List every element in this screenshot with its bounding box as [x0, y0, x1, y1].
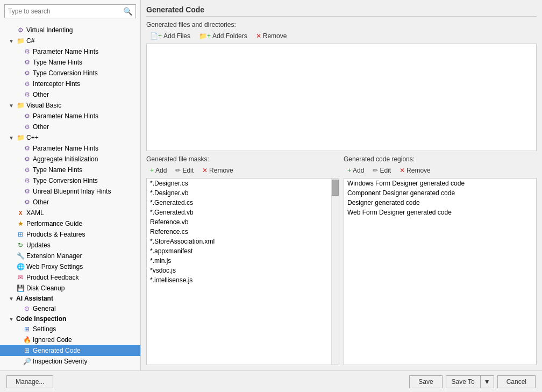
list-item[interactable]: Reference.vb: [147, 217, 331, 227]
two-col: Generated file masks: + Add ✏ Edit ✕ Rem: [146, 155, 537, 365]
sidebar-item-ci-ignored[interactable]: 🔥 Ignored Code: [0, 334, 140, 345]
file-masks-scrollbar[interactable]: [331, 179, 339, 365]
file-masks-add-button[interactable]: + Add: [146, 165, 170, 176]
list-item[interactable]: *.StoreAssociation.xml: [147, 237, 331, 246]
feedback-icon: ✉: [16, 273, 25, 282]
sidebar-item-ext-manager[interactable]: 🔧 Extension Manager: [0, 251, 140, 261]
bottom-bar: Manage... Save Save To ▼ Cancel: [0, 370, 542, 392]
sidebar-item-label: Virtual Indenting: [26, 26, 73, 34]
sidebar-item-csharp-typename[interactable]: ⚙ Type Name Hints: [0, 57, 140, 68]
sidebar-item-ai-general[interactable]: ⊙ General: [0, 303, 140, 314]
sidebar-item-ci-severity[interactable]: 🔎 Inspection Severity: [0, 356, 140, 367]
sidebar-item-cpp-typename[interactable]: ⚙ Type Name Hints: [0, 165, 140, 175]
sidebar-item-vb-other[interactable]: ⚙ Other: [0, 122, 140, 132]
save-to-button[interactable]: Save To: [446, 375, 480, 388]
sidebar-item-products[interactable]: ⊞ Products & Features: [0, 229, 140, 240]
file-masks-edit-button[interactable]: ✏ Edit: [172, 165, 197, 176]
save-button[interactable]: Save: [409, 375, 442, 388]
list-item[interactable]: *.intellisense.js: [147, 275, 331, 285]
list-item[interactable]: *.Designer.vb: [147, 188, 331, 198]
list-item[interactable]: *.Designer.cs: [147, 179, 331, 188]
files-toolbar: 📄+ Add Files 📁+ Add Folders ✕ Remove: [146, 31, 537, 41]
bottom-right: Save Save To ▼ Cancel: [409, 375, 536, 388]
sidebar-item-csharp-other[interactable]: ⚙ Other: [0, 89, 140, 100]
sidebar-section-ai[interactable]: ▼ AI Assistant: [0, 294, 140, 303]
sidebar-item-ci-settings[interactable]: ⊞ Settings: [0, 324, 140, 334]
expand-icon: ▼: [9, 38, 15, 44]
sidebar-item-ci-generated[interactable]: ⊞ Generated Code: [0, 345, 140, 356]
sidebar-item-virtual-indenting[interactable]: ⚙ Virtual Indenting: [0, 25, 140, 35]
edit-label: Edit: [182, 167, 194, 174]
file-masks-inner: *.Designer.cs *.Designer.vb *.Generated.…: [147, 179, 331, 365]
remove-icon: ✕: [256, 32, 261, 40]
sidebar-item-csharp-interceptor[interactable]: ⚙ Interceptor Hints: [0, 79, 140, 89]
code-regions-add-button[interactable]: + Add: [344, 165, 368, 176]
sidebar-item-cpp-other[interactable]: ⚙ Other: [0, 197, 140, 208]
list-item[interactable]: Web Form Designer generated code: [344, 208, 536, 217]
sidebar-item-label: AI Assistant: [16, 295, 53, 302]
cancel-button[interactable]: Cancel: [497, 375, 536, 388]
code-regions-edit-button[interactable]: ✏ Edit: [369, 165, 395, 176]
sidebar-item-product-feedback[interactable]: ✉ Product Feedback: [0, 272, 140, 283]
updates-icon: ↻: [16, 241, 25, 250]
hint-icon: ⚙: [23, 144, 31, 153]
sidebar-item-csharp[interactable]: ▼ 📁 C#: [0, 35, 140, 46]
sidebar-item-vb-param[interactable]: ⚙ Parameter Name Hints: [0, 111, 140, 122]
sidebar-item-web-proxy[interactable]: 🌐 Web Proxy Settings: [0, 261, 140, 272]
sidebar-item-perf-guide[interactable]: ★ Performance Guide: [0, 218, 140, 229]
sidebar-item-label: Type Name Hints: [33, 166, 82, 174]
hint-icon: ⚙: [23, 198, 31, 206]
sidebar-item-csharp-param[interactable]: ⚙ Parameter Name Hints: [0, 46, 140, 57]
sidebar-item-cpp-aggregate[interactable]: ⚙ Aggregate Initialization: [0, 154, 140, 165]
sidebar-item-csharp-typeconv[interactable]: ⚙ Type Conversion Hints: [0, 68, 140, 79]
code-regions-remove-button[interactable]: ✕ Remove: [396, 165, 434, 176]
sidebar-item-vb[interactable]: ▼ 📁 Visual Basic: [0, 100, 140, 111]
sidebar-item-label: Parameter Name Hints: [33, 112, 98, 120]
hint-icon: ⚙: [23, 80, 31, 88]
file-masks-remove-button[interactable]: ✕ Remove: [198, 165, 237, 176]
list-item[interactable]: Component Designer generated code: [344, 188, 536, 198]
save-to-dropdown-button[interactable]: ▼: [480, 375, 494, 388]
code-regions-list: Windows Form Designer generated code Com…: [344, 178, 537, 365]
sidebar-item-label: XAML: [26, 209, 44, 217]
sidebar-item-cpp[interactable]: ▼ 📁 C++: [0, 132, 140, 143]
list-item[interactable]: *.Generated.vb: [147, 208, 331, 217]
sidebar-section-code-inspection[interactable]: ▼ Code Inspection: [0, 314, 140, 324]
sidebar-item-cpp-param[interactable]: ⚙ Parameter Name Hints: [0, 143, 140, 154]
sidebar-item-disk-cleanup[interactable]: 💾 Disk Cleanup: [0, 283, 140, 294]
manage-button[interactable]: Manage...: [6, 375, 53, 388]
folder-icon: 📁: [16, 37, 25, 45]
remove-icon: ✕: [400, 167, 405, 174]
list-item[interactable]: *.appxmanifest: [147, 246, 331, 256]
sidebar-item-label: General: [33, 305, 56, 312]
add-label: Add: [353, 167, 364, 174]
sidebar-item-label: Interceptor Hints: [33, 80, 80, 88]
search-input[interactable]: [8, 8, 123, 15]
list-item[interactable]: Designer generated code: [344, 198, 536, 208]
search-icon: 🔍: [123, 7, 132, 16]
remove-files-button[interactable]: ✕ Remove: [252, 31, 291, 41]
hint-icon: ⚙: [23, 90, 31, 99]
list-item[interactable]: *vsdoc.js: [147, 266, 331, 275]
sidebar-item-label: Updates: [26, 241, 51, 249]
sidebar-item-label: Ignored Code: [33, 336, 72, 344]
sidebar-item-updates[interactable]: ↻ Updates: [0, 240, 140, 251]
list-item[interactable]: Windows Form Designer generated code: [344, 179, 536, 188]
sidebar-item-cpp-typeconv[interactable]: ⚙ Type Conversion Hints: [0, 175, 140, 186]
hint-icon: ⚙: [23, 112, 31, 120]
list-item[interactable]: Reference.cs: [147, 227, 331, 237]
ignored-icon: 🔥: [23, 336, 31, 344]
star-icon: ★: [16, 219, 25, 228]
add-files-button[interactable]: 📄+ Add Files: [146, 31, 194, 41]
search-box[interactable]: 🔍: [4, 4, 136, 18]
expand-icon: ▼: [9, 296, 15, 302]
sidebar-item-xaml[interactable]: X XAML: [0, 208, 140, 218]
sidebar-item-label: Visual Basic: [26, 102, 61, 109]
sidebar-item-label: Other: [33, 198, 49, 206]
add-folders-label: Add Folders: [212, 32, 247, 40]
add-folders-button[interactable]: 📁+ Add Folders: [195, 31, 251, 41]
sidebar-item-cpp-unreal[interactable]: ⚙ Unreal Blueprint Inlay Hints: [0, 186, 140, 197]
list-item[interactable]: *.Generated.cs: [147, 198, 331, 208]
list-item[interactable]: *.min.js: [147, 256, 331, 266]
sidebar-item-label: Unreal Blueprint Inlay Hints: [33, 188, 111, 195]
